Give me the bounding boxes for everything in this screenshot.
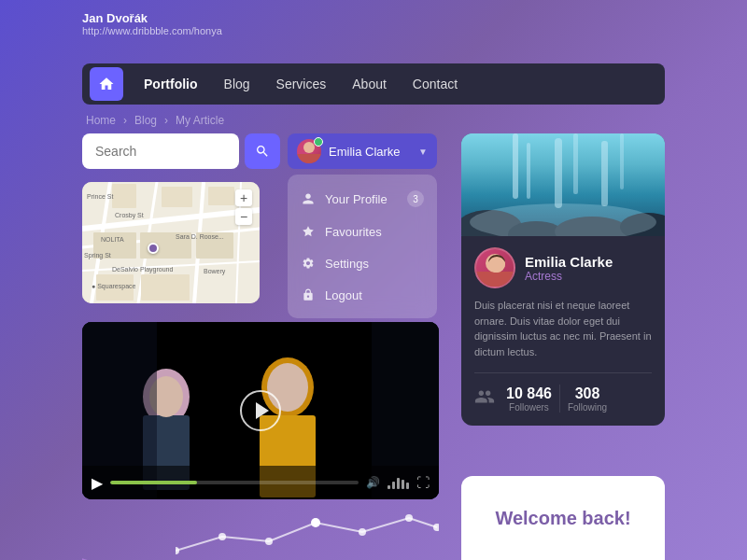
followers-count: 10 846: [506, 385, 552, 402]
volume-bar-5: [406, 483, 409, 489]
person-icon: [301, 191, 316, 206]
svg-rect-20: [527, 143, 530, 199]
svg-rect-22: [573, 133, 578, 194]
svg-rect-9: [208, 187, 234, 205]
navbar: Portfolio Blog Services About Contact: [82, 63, 665, 105]
followers-label: Followers: [506, 402, 552, 413]
dropdown-item-profile[interactable]: Your Profile 3: [288, 182, 437, 216]
volume-bar-2: [392, 482, 395, 489]
nav-item-portfolio[interactable]: Portfolio: [131, 71, 211, 97]
following-count: 308: [568, 385, 607, 402]
map-label-delsalvio: DeSalvio Playground: [112, 266, 173, 273]
dropdown-item-logout[interactable]: Logout: [288, 279, 437, 311]
author-name: Jan Dvořák: [82, 11, 222, 25]
waterfall-svg: [461, 133, 665, 236]
svg-rect-14: [141, 274, 190, 301]
map-label-street2: Crosby St: [115, 212, 144, 218]
svg-point-44: [311, 518, 320, 527]
profile-bio: Duis placerat nisi et neque laoreet orna…: [474, 298, 652, 359]
map-label-squarespace: ● Squarespace: [92, 283, 135, 289]
breadcrumb-home[interactable]: Home: [86, 114, 116, 127]
search-input[interactable]: [82, 133, 239, 169]
map-zoom-controls: + −: [235, 189, 252, 225]
map-background: Prince St Crosby St NOLITA Spring St DeS…: [82, 182, 260, 303]
nav-item-about[interactable]: About: [339, 71, 400, 97]
user-dropdown-container: Emilia Clarke ▼ Your Profile 3 Favourite…: [288, 133, 437, 169]
followers-icon: [474, 386, 495, 412]
breadcrumb: Home › Blog › My Article: [82, 114, 228, 127]
nav-item-blog[interactable]: Blog: [211, 71, 263, 97]
dropdown-settings-label: Settings: [325, 257, 369, 271]
profile-header: Emilia Clarke Actress: [474, 247, 652, 288]
donut-chart: [82, 504, 176, 560]
video-play-control[interactable]: ▶: [92, 474, 103, 492]
user-dropdown-trigger[interactable]: Emilia Clarke ▼: [288, 133, 437, 169]
svg-rect-21: [555, 138, 562, 208]
breadcrumb-sep1: ›: [123, 114, 127, 127]
star-icon: [301, 224, 316, 239]
map-container: Prince St Crosby St NOLITA Spring St DeS…: [82, 182, 260, 303]
video-play-button[interactable]: [240, 390, 281, 431]
svg-rect-8: [162, 187, 192, 207]
welcome-text: Welcome back!: [495, 508, 630, 529]
expand-icon[interactable]: ⛶: [416, 475, 430, 490]
zoom-in-button[interactable]: +: [235, 189, 252, 206]
video-progress-bar[interactable]: [110, 481, 359, 484]
nav-item-services[interactable]: Services: [263, 71, 340, 97]
dropdown-logout-label: Logout: [325, 288, 362, 302]
svg-line-0: [82, 210, 260, 229]
profile-role: Actress: [525, 270, 613, 283]
volume-icon: 🔊: [366, 476, 380, 489]
dropdown-item-favourites[interactable]: Favourites: [288, 216, 437, 247]
search-button[interactable]: [245, 133, 280, 169]
profile-card: Emilia Clarke Actress Duis placerat nisi…: [461, 133, 665, 426]
dropdown-favourites-label: Favourites: [325, 225, 382, 239]
volume-bar-1: [388, 485, 390, 489]
profile-text: Emilia Clarke Actress: [525, 254, 613, 283]
svg-point-41: [176, 547, 179, 554]
chart-area: [82, 504, 439, 560]
map-label-nolita: NOLITA: [101, 236, 124, 243]
svg-point-47: [433, 524, 439, 531]
following-stat: 308 Following: [568, 385, 607, 413]
avatar-svg: [476, 249, 515, 288]
video-controls: ▶ 🔊 ⛶: [82, 466, 439, 499]
breadcrumb-blog[interactable]: Blog: [134, 114, 157, 127]
svg-rect-19: [513, 133, 518, 199]
followers-stat: 10 846 Followers: [506, 385, 552, 413]
profile-info: Emilia Clarke Actress Duis placerat nisi…: [461, 236, 665, 426]
video-container: ▶ 🔊 ⛶: [82, 322, 439, 499]
play-triangle-icon: [256, 402, 269, 419]
map-label-street1: Prince St: [87, 193, 113, 200]
nav-item-contact[interactable]: Contact: [400, 71, 471, 97]
svg-point-40: [84, 534, 155, 560]
video-progress-fill: [110, 481, 197, 484]
breadcrumb-sep2: ›: [164, 114, 168, 127]
nav-home-button[interactable]: [90, 67, 123, 101]
home-icon: [98, 76, 115, 92]
map-label-spring: Spring St: [84, 252, 111, 259]
map-pin: [148, 243, 159, 254]
stats-divider: [559, 385, 560, 413]
video-background: ▶ 🔊 ⛶: [82, 322, 439, 499]
notification-badge: [314, 137, 323, 147]
zoom-out-button[interactable]: −: [235, 208, 252, 225]
dropdown-item-settings[interactable]: Settings: [288, 247, 437, 279]
svg-point-45: [359, 528, 366, 536]
svg-point-39: [84, 534, 155, 560]
following-label: Following: [568, 402, 607, 413]
user-name-trigger: Emilia Clarke: [329, 145, 411, 159]
svg-rect-24: [620, 133, 624, 189]
volume-bar-4: [402, 480, 404, 489]
svg-point-25: [470, 203, 656, 236]
line-chart: [176, 504, 439, 560]
svg-rect-23: [601, 141, 608, 206]
profile-name: Emilia Clarke: [525, 254, 613, 270]
search-container: [82, 133, 280, 169]
volume-bars: [388, 476, 409, 489]
profile-avatar: [474, 247, 515, 288]
dropdown-arrow-icon: ▼: [418, 147, 428, 157]
breadcrumb-article[interactable]: My Article: [176, 114, 224, 127]
svg-point-46: [405, 514, 413, 522]
map-label-bowery: Bowery: [204, 268, 225, 274]
